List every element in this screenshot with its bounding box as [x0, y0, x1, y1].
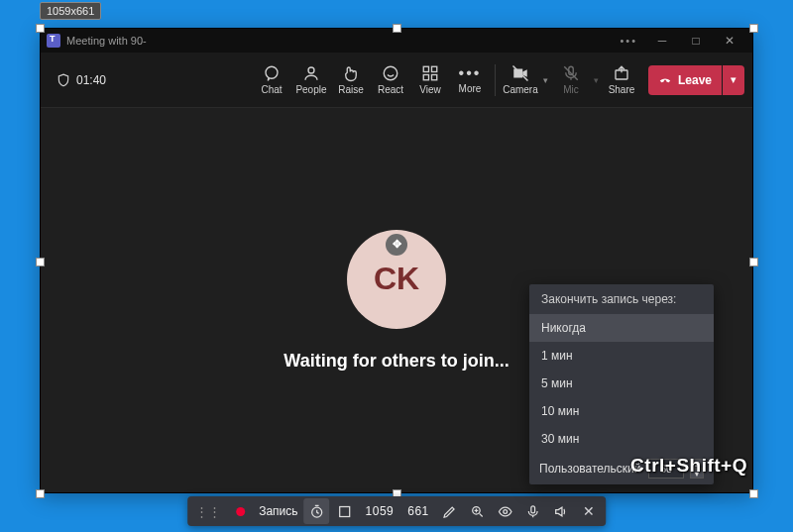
- webcam-button[interactable]: [493, 498, 518, 524]
- eye-icon: [498, 504, 512, 519]
- menu-item-5min[interactable]: 5 мин: [529, 370, 714, 397]
- svg-point-2: [384, 66, 397, 80]
- stopwatch-icon: [309, 504, 324, 519]
- pen-button[interactable]: [437, 498, 463, 524]
- menu-item-10min[interactable]: 10 мин: [529, 397, 714, 425]
- svg-rect-6: [431, 75, 436, 80]
- camera-button[interactable]: Camera: [502, 56, 539, 104]
- svg-rect-5: [423, 75, 428, 80]
- menu-item-never[interactable]: Никогда: [529, 314, 714, 342]
- crop-handle-bl[interactable]: [36, 489, 45, 498]
- move-handle-icon[interactable]: ✥: [386, 234, 407, 256]
- zoom-icon: [470, 504, 485, 519]
- window-close-button[interactable]: ✕: [713, 29, 746, 53]
- drag-grip-icon[interactable]: ⋮⋮: [191, 498, 225, 524]
- avatar-initials: CK: [374, 261, 419, 297]
- svg-point-1: [308, 67, 314, 73]
- crop-handle-ml[interactable]: [36, 258, 45, 266]
- chat-icon: [263, 64, 281, 82]
- people-button[interactable]: People: [292, 56, 330, 104]
- menu-item-30min[interactable]: 30 мин: [529, 425, 714, 453]
- timer-value: 01:40: [76, 73, 106, 87]
- region-height[interactable]: 661: [401, 504, 435, 518]
- meeting-toolbar: 01:40 Chat People Raise React: [41, 53, 752, 108]
- close-icon: ✕: [583, 503, 595, 519]
- teams-app-icon: [47, 34, 60, 48]
- window-more-icon[interactable]: •••: [620, 35, 637, 47]
- svg-rect-4: [431, 66, 436, 71]
- record-label: Запись: [255, 504, 301, 518]
- capture-dimensions-badge: 1059x661: [40, 2, 101, 20]
- react-button[interactable]: React: [372, 56, 409, 104]
- shortcut-hint: Ctrl+Shift+Q: [630, 455, 747, 477]
- record-dot-icon: [236, 507, 245, 516]
- raise-hand-button[interactable]: Raise: [332, 56, 370, 104]
- waiting-message: Waiting for others to join...: [283, 351, 509, 372]
- svg-point-14: [504, 509, 508, 513]
- leave-chevron[interactable]: ▾: [723, 65, 744, 95]
- raise-label: Raise: [338, 84, 364, 95]
- record-button[interactable]: [227, 498, 253, 524]
- menu-item-1min[interactable]: 1 мин: [529, 342, 714, 370]
- more-button[interactable]: ••• More: [451, 56, 489, 104]
- speaker-icon: [553, 504, 568, 519]
- shield-icon: [57, 73, 70, 87]
- window-minimize-button[interactable]: ─: [645, 29, 679, 53]
- chevron-down-icon[interactable]: ▾: [594, 75, 599, 85]
- chat-button[interactable]: Chat: [253, 56, 290, 104]
- leave-label: Leave: [678, 73, 712, 87]
- window-maximize-button[interactable]: □: [679, 29, 713, 53]
- custom-label: Пользовательский: [539, 462, 642, 476]
- more-icon: •••: [459, 65, 482, 81]
- camera-label: Camera: [503, 84, 538, 95]
- toolbar-separator: [495, 64, 496, 96]
- mic-toggle-button[interactable]: [520, 498, 546, 524]
- crop-handle-tr[interactable]: [749, 24, 758, 33]
- close-recorder-button[interactable]: ✕: [576, 498, 602, 524]
- people-icon: [302, 64, 320, 82]
- mic-button[interactable]: Mic: [552, 56, 590, 104]
- camera-off-icon: [511, 64, 529, 82]
- pen-icon: [442, 504, 457, 519]
- mic-off-icon: [562, 64, 580, 82]
- timer-button[interactable]: [304, 498, 330, 524]
- svg-rect-3: [423, 66, 428, 71]
- more-label: More: [459, 83, 482, 94]
- view-label: View: [419, 84, 441, 95]
- participant-avatar[interactable]: ✥ CK: [347, 230, 446, 329]
- menu-title: Закончить запись через:: [529, 284, 714, 314]
- meeting-timer: 01:40: [49, 73, 114, 87]
- crop-handle-mr[interactable]: [749, 258, 758, 266]
- region-button[interactable]: [332, 498, 358, 524]
- crop-handle-tc[interactable]: [393, 24, 401, 33]
- window-title: Meeting with 90-: [66, 35, 147, 47]
- share-label: Share: [609, 84, 635, 95]
- share-button[interactable]: Share: [603, 56, 640, 104]
- hand-icon: [342, 64, 360, 82]
- chat-label: Chat: [261, 84, 282, 95]
- mic-label: Mic: [563, 84, 579, 95]
- svg-rect-12: [340, 506, 350, 516]
- crop-handle-br[interactable]: [749, 489, 758, 498]
- chevron-down-icon[interactable]: ▾: [543, 75, 548, 85]
- crop-handle-tl[interactable]: [36, 24, 45, 33]
- microphone-icon: [525, 504, 540, 519]
- share-icon: [613, 64, 630, 82]
- audio-toggle-button[interactable]: [548, 498, 574, 524]
- zoom-button[interactable]: [465, 498, 491, 524]
- people-label: People: [295, 84, 326, 95]
- screen-recorder-toolbar[interactable]: ⋮⋮ Запись 1059 661 ✕: [187, 496, 606, 526]
- smile-icon: [382, 64, 399, 82]
- grid-icon: [421, 64, 439, 82]
- region-width[interactable]: 1059: [360, 504, 400, 518]
- svg-point-0: [266, 66, 278, 78]
- phone-down-icon: [658, 73, 672, 87]
- react-label: React: [378, 84, 403, 95]
- leave-button[interactable]: Leave: [648, 65, 722, 95]
- crop-region-icon: [337, 504, 352, 519]
- view-button[interactable]: View: [411, 56, 449, 104]
- svg-rect-15: [531, 505, 535, 512]
